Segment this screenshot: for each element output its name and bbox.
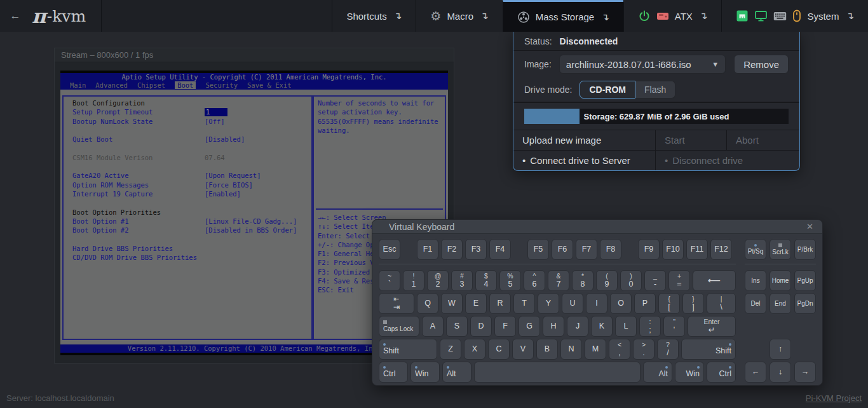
key-9[interactable]: (9 — [596, 270, 618, 291]
key-p[interactable]: P — [634, 293, 656, 314]
key-k[interactable]: K — [591, 316, 613, 337]
key-f11[interactable]: F11 — [686, 239, 708, 260]
key-f8[interactable]: F8 — [600, 239, 621, 260]
key-f2[interactable]: F2 — [441, 239, 463, 260]
key-f1[interactable]: F1 — [417, 239, 438, 260]
key-esc[interactable]: Esc — [379, 239, 400, 260]
key-f10[interactable]: F10 — [662, 239, 684, 260]
key-ctrl-right[interactable]: Ctrl — [707, 362, 736, 383]
key-a[interactable]: A — [422, 316, 444, 337]
key-end[interactable]: End — [770, 293, 791, 314]
key-h[interactable]: H — [543, 316, 564, 337]
key-arrow-down[interactable]: ↓ — [770, 362, 791, 383]
key-b[interactable]: B — [536, 339, 558, 360]
key-win-left[interactable]: Win — [410, 362, 440, 383]
key-6[interactable]: ^6 — [524, 270, 545, 291]
key-d[interactable]: D — [470, 316, 492, 337]
key-win-right[interactable]: Win — [675, 362, 704, 383]
key-home[interactable]: Home — [770, 270, 791, 291]
key-comma[interactable]: <, — [609, 339, 630, 360]
key-u[interactable]: U — [562, 293, 583, 314]
key-2[interactable]: @2 — [427, 270, 449, 291]
key-arrow-up[interactable]: ↑ — [770, 339, 791, 360]
key-o[interactable]: O — [610, 293, 632, 314]
key-x[interactable]: X — [464, 339, 485, 360]
key-scroll-lock[interactable]: ScrLk — [770, 239, 791, 260]
key-shift-left[interactable]: Shift — [379, 339, 437, 360]
key-i[interactable]: I — [586, 293, 607, 314]
key-del[interactable]: Del — [745, 293, 766, 314]
key-s[interactable]: S — [446, 316, 468, 337]
key-8[interactable]: *8 — [572, 270, 593, 291]
drive-mode-cdrom-button[interactable]: CD-ROM — [580, 81, 635, 99]
key-arrow-right[interactable]: → — [794, 362, 816, 383]
key-v[interactable]: V — [512, 339, 534, 360]
key-y[interactable]: Y — [538, 293, 559, 314]
key-backslash[interactable]: |\ — [707, 293, 736, 314]
key-bracket-left[interactable]: {[ — [658, 293, 680, 314]
key-backquote[interactable]: ~` — [379, 270, 400, 291]
menu-button-shortcuts[interactable]: Shortcuts ↴ — [332, 0, 416, 32]
key-4[interactable]: $4 — [475, 270, 497, 291]
key-ctrl-left[interactable]: Ctrl — [379, 362, 408, 383]
key-ins[interactable]: Ins — [745, 270, 766, 291]
key-f9[interactable]: F9 — [638, 239, 660, 260]
key-pause-break[interactable]: P/Brk — [794, 239, 816, 260]
keyboard-titlebar[interactable]: Virtual Keyboard ✕ — [372, 220, 822, 234]
key-0[interactable]: )0 — [620, 270, 642, 291]
key-bracket-right[interactable]: }] — [682, 293, 704, 314]
key-backspace[interactable]: ⟵ — [693, 270, 736, 291]
key-f12[interactable]: F12 — [710, 239, 732, 260]
close-icon[interactable]: ✕ — [806, 222, 813, 231]
key-j[interactable]: J — [567, 316, 588, 337]
key-l[interactable]: L — [615, 316, 637, 337]
remove-image-button[interactable]: Remove — [734, 55, 789, 74]
key-period[interactable]: >. — [633, 339, 654, 360]
drive-mode-flash-button[interactable]: Flash — [635, 81, 675, 99]
key-caps-lock[interactable]: Caps Lock — [379, 316, 419, 337]
key-minus[interactable]: _- — [644, 270, 666, 291]
key-space[interactable] — [474, 362, 641, 383]
key-f[interactable]: F — [494, 316, 516, 337]
key-equals[interactable]: += — [668, 270, 690, 291]
key-print-screen[interactable]: Pt/Sq — [745, 239, 766, 260]
key-e[interactable]: E — [465, 293, 487, 314]
key-arrow-left[interactable]: ← — [745, 362, 766, 383]
key-q[interactable]: Q — [417, 293, 438, 314]
key-n[interactable]: N — [560, 339, 582, 360]
connect-drive-button[interactable]: • Connect drive to Server — [513, 151, 655, 170]
key-w[interactable]: W — [441, 293, 463, 314]
key-f6[interactable]: F6 — [552, 239, 573, 260]
image-select[interactable]: archlinux-2018.07.01-i686.iso ▼ — [559, 55, 726, 74]
key-quote[interactable]: "' — [663, 316, 685, 337]
key-z[interactable]: Z — [440, 339, 461, 360]
key-3[interactable]: #3 — [451, 270, 473, 291]
menu-button-system[interactable]: System ↴ — [721, 0, 868, 32]
key-5[interactable]: %5 — [499, 270, 521, 291]
menu-button-atx[interactable]: ATX ↴ — [623, 0, 722, 32]
key-g[interactable]: G — [519, 316, 540, 337]
key-f5[interactable]: F5 — [527, 239, 549, 260]
key-r[interactable]: R — [489, 293, 511, 314]
key-alt-left[interactable]: Alt — [442, 362, 471, 383]
key-c[interactable]: C — [488, 339, 510, 360]
upload-new-image-button[interactable]: Upload new image — [513, 130, 655, 150]
menu-button-mass-storage[interactable]: Mass Storage ↴ — [503, 0, 623, 32]
key-1[interactable]: !1 — [403, 270, 424, 291]
back-button[interactable]: ← — [0, 0, 31, 32]
key-slash[interactable]: ?/ — [657, 339, 679, 360]
key-pgdn[interactable]: PgDn — [794, 293, 816, 314]
key-enter[interactable]: Enter↵ — [688, 316, 736, 337]
key-m[interactable]: M — [585, 339, 606, 360]
key-alt-right[interactable]: Alt — [643, 362, 672, 383]
key-tab[interactable]: ⇤⇥ — [379, 293, 414, 314]
key-t[interactable]: T — [513, 293, 535, 314]
key-shift-right[interactable]: Shift — [681, 339, 736, 360]
key-f4[interactable]: F4 — [489, 239, 511, 260]
key-f3[interactable]: F3 — [465, 239, 487, 260]
menu-button-macro[interactable]: ⚙ Macro ↴ — [416, 0, 502, 32]
key-f7[interactable]: F7 — [576, 239, 597, 260]
key-7[interactable]: &7 — [548, 270, 569, 291]
key-semicolon[interactable]: :; — [639, 316, 661, 337]
key-pgup[interactable]: PgUp — [794, 270, 816, 291]
